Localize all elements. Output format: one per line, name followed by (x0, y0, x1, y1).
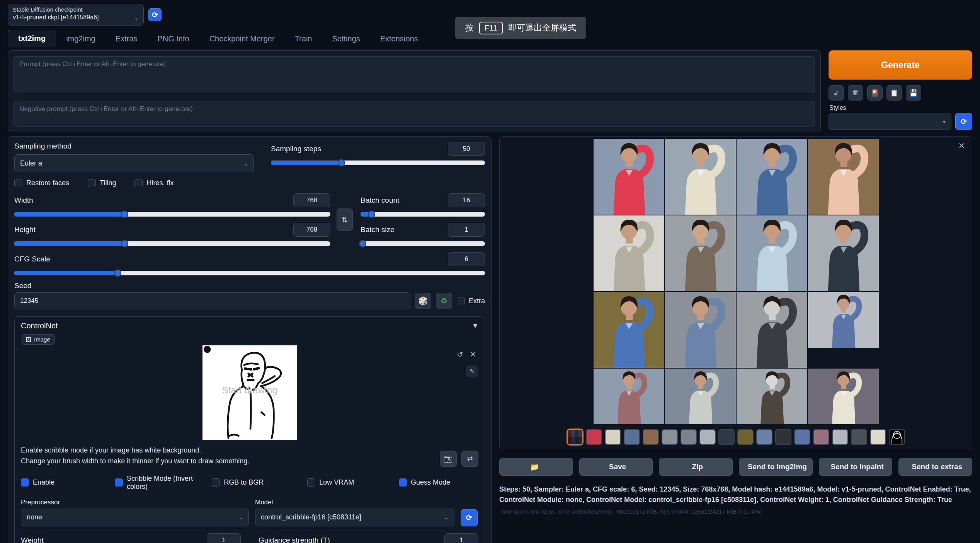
checkbox-icon[interactable] (88, 179, 96, 187)
thumbnail[interactable] (813, 429, 829, 445)
controlnet-checkbox[interactable]: Low VRAM (307, 475, 399, 491)
checkbox-icon[interactable] (212, 478, 220, 487)
tab-item[interactable]: img2img (56, 31, 105, 47)
collapse-icon[interactable]: ▼ (472, 322, 478, 330)
result-image[interactable] (808, 369, 879, 424)
thumbnail[interactable] (586, 429, 602, 445)
negative-prompt-input[interactable] (14, 101, 815, 126)
result-image[interactable] (594, 369, 664, 424)
thumbnail[interactable] (681, 429, 697, 445)
controlnet-checkbox[interactable]: RGB to BGR (212, 475, 307, 491)
width-slider[interactable] (14, 212, 330, 217)
reuse-seed-button[interactable]: ♻ (436, 293, 452, 309)
brush-tool-button[interactable]: ✎ (466, 365, 478, 377)
clear-prompt-icon[interactable]: 🗑 (848, 85, 863, 101)
result-image[interactable] (808, 139, 879, 215)
generate-button[interactable]: Generate (829, 50, 972, 80)
checkpoint-selector[interactable]: Stable Diffusion checkpoint v1-5-pruned.… (8, 4, 144, 26)
controlnet-draw-canvas[interactable]: Start drawing (202, 345, 297, 440)
option-checkbox[interactable]: Restore faces (14, 179, 69, 187)
weight-value[interactable]: 1 (207, 533, 241, 543)
model-dropdown[interactable]: control_scribble-fp16 [c508311e] ⌄ (255, 509, 454, 526)
refresh-styles-button[interactable]: ⟳ (955, 113, 972, 130)
controlnet-checkbox[interactable]: Scribble Mode (Invert colors) (115, 475, 212, 491)
tab-item[interactable]: Extras (105, 31, 148, 47)
send-to-img2img-button[interactable]: Send to img2img (739, 458, 813, 476)
checkbox-icon[interactable] (457, 297, 465, 305)
tab-item[interactable]: Train (285, 31, 322, 47)
thumbnail[interactable] (605, 429, 621, 445)
sampling-steps-value[interactable]: 50 (448, 142, 485, 156)
tab-item[interactable]: Extensions (370, 31, 428, 47)
guidance-strength-value[interactable]: 1 (444, 533, 478, 543)
refresh-checkpoint-button[interactable]: ⟳ (148, 8, 162, 21)
result-image[interactable] (594, 292, 664, 368)
thumbnail[interactable] (624, 429, 640, 445)
cfg-scale-slider[interactable] (14, 271, 485, 275)
checkbox-icon[interactable] (14, 179, 22, 187)
thumbnail[interactable] (699, 429, 716, 445)
extra-networks-icon[interactable]: 🎴 (867, 85, 883, 101)
thumbnail[interactable] (870, 429, 886, 445)
send-to-extras-button[interactable]: Send to extras (898, 458, 972, 476)
apply-style-icon[interactable]: 📋 (886, 85, 902, 101)
checkbox-icon[interactable] (399, 478, 407, 487)
undo-icon[interactable]: ↺ (457, 350, 463, 359)
prompt-input[interactable] (14, 56, 815, 93)
controlnet-image-tab[interactable]: 🖼 Image (21, 334, 55, 345)
webcam-button[interactable]: 📷 (440, 451, 457, 467)
batch-count-slider[interactable] (361, 212, 485, 217)
sampling-steps-slider[interactable] (271, 161, 485, 165)
controlnet-checkbox[interactable]: Guess Mode (399, 475, 478, 491)
thumbnail[interactable] (567, 429, 583, 445)
width-value[interactable]: 768 (293, 193, 330, 207)
thumbnail[interactable] (737, 429, 754, 445)
preprocessor-dropdown[interactable]: none ⌄ (21, 509, 249, 526)
result-image[interactable] (737, 215, 807, 291)
tab-item[interactable]: PNG Info (147, 31, 199, 47)
result-image[interactable] (737, 139, 807, 215)
tab-item[interactable]: txt2img (8, 30, 56, 47)
thumbnail[interactable] (718, 429, 735, 445)
thumbnail[interactable] (851, 429, 867, 445)
option-checkbox[interactable]: Tiling (88, 179, 116, 187)
result-image[interactable] (808, 215, 879, 291)
height-slider[interactable] (14, 241, 330, 246)
cfg-scale-value[interactable]: 6 (448, 252, 485, 266)
tab-item[interactable]: Settings (322, 31, 370, 47)
refresh-models-button[interactable]: ⟳ (461, 509, 478, 526)
thumbnail[interactable] (756, 429, 772, 445)
thumbnail[interactable] (643, 429, 659, 445)
clear-canvas-icon[interactable]: ✕ (470, 350, 476, 359)
height-value[interactable]: 768 (293, 223, 330, 237)
result-image[interactable] (665, 292, 736, 368)
thumbnail[interactable] (832, 429, 848, 445)
checkbox-icon[interactable] (307, 478, 315, 487)
random-seed-button[interactable]: 🎲 (415, 293, 431, 309)
result-image[interactable] (594, 215, 664, 291)
batch-size-slider[interactable] (361, 241, 485, 246)
mirror-webcam-button[interactable]: ⇄ (461, 451, 478, 467)
extra-seed-checkbox[interactable]: Extra (457, 297, 485, 305)
result-image[interactable] (665, 215, 736, 291)
save-button[interactable]: Save (579, 458, 653, 476)
open-folder-button[interactable]: 📁 (499, 458, 573, 476)
result-image[interactable] (737, 369, 807, 424)
thumbnail[interactable] (662, 429, 678, 445)
batch-size-value[interactable]: 1 (448, 223, 485, 237)
thumbnail[interactable] (794, 429, 810, 445)
result-image[interactable] (665, 369, 736, 424)
result-image[interactable] (665, 139, 736, 215)
controlnet-checkbox[interactable]: Enable (21, 475, 115, 491)
swap-width-height-button[interactable]: ⇅ (337, 208, 353, 231)
result-image[interactable] (594, 139, 664, 215)
thumbnail[interactable] (889, 429, 905, 445)
batch-count-value[interactable]: 16 (448, 193, 485, 207)
save-style-icon[interactable]: 💾 (906, 85, 921, 101)
thumbnail[interactable] (775, 429, 791, 445)
option-checkbox[interactable]: Hires. fix (134, 179, 174, 187)
seed-input[interactable] (14, 292, 410, 309)
close-gallery-icon[interactable]: ✕ (958, 141, 965, 150)
result-image[interactable] (808, 292, 879, 348)
zip-button[interactable]: Zip (659, 458, 733, 476)
